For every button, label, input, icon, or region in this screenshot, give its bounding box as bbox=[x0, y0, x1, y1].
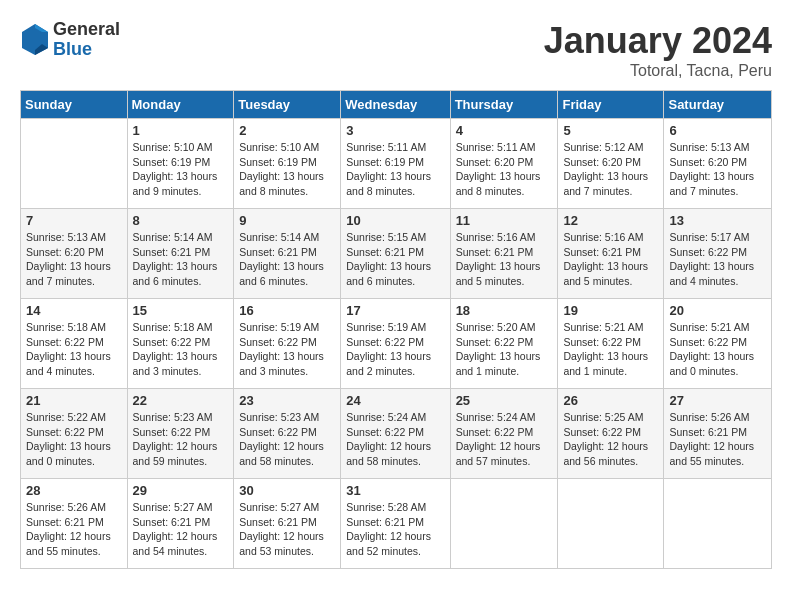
day-cell bbox=[21, 119, 128, 209]
day-info: Sunrise: 5:16 AM Sunset: 6:21 PM Dayligh… bbox=[563, 230, 658, 289]
weekday-header-sunday: Sunday bbox=[21, 91, 128, 119]
week-row-5: 28Sunrise: 5:26 AM Sunset: 6:21 PM Dayli… bbox=[21, 479, 772, 569]
day-info: Sunrise: 5:21 AM Sunset: 6:22 PM Dayligh… bbox=[669, 320, 766, 379]
day-cell: 14Sunrise: 5:18 AM Sunset: 6:22 PM Dayli… bbox=[21, 299, 128, 389]
day-number: 6 bbox=[669, 123, 766, 138]
day-info: Sunrise: 5:28 AM Sunset: 6:21 PM Dayligh… bbox=[346, 500, 444, 559]
day-info: Sunrise: 5:11 AM Sunset: 6:19 PM Dayligh… bbox=[346, 140, 444, 199]
day-number: 23 bbox=[239, 393, 335, 408]
weekday-header-thursday: Thursday bbox=[450, 91, 558, 119]
day-info: Sunrise: 5:24 AM Sunset: 6:22 PM Dayligh… bbox=[346, 410, 444, 469]
day-number: 3 bbox=[346, 123, 444, 138]
day-number: 27 bbox=[669, 393, 766, 408]
day-cell: 19Sunrise: 5:21 AM Sunset: 6:22 PM Dayli… bbox=[558, 299, 664, 389]
day-info: Sunrise: 5:13 AM Sunset: 6:20 PM Dayligh… bbox=[26, 230, 122, 289]
day-cell: 3Sunrise: 5:11 AM Sunset: 6:19 PM Daylig… bbox=[341, 119, 450, 209]
weekday-header-row: SundayMondayTuesdayWednesdayThursdayFrid… bbox=[21, 91, 772, 119]
day-info: Sunrise: 5:18 AM Sunset: 6:22 PM Dayligh… bbox=[26, 320, 122, 379]
day-number: 31 bbox=[346, 483, 444, 498]
day-number: 28 bbox=[26, 483, 122, 498]
day-cell: 1Sunrise: 5:10 AM Sunset: 6:19 PM Daylig… bbox=[127, 119, 234, 209]
day-info: Sunrise: 5:18 AM Sunset: 6:22 PM Dayligh… bbox=[133, 320, 229, 379]
day-info: Sunrise: 5:14 AM Sunset: 6:21 PM Dayligh… bbox=[133, 230, 229, 289]
day-info: Sunrise: 5:15 AM Sunset: 6:21 PM Dayligh… bbox=[346, 230, 444, 289]
logo-icon bbox=[20, 22, 50, 57]
day-cell: 6Sunrise: 5:13 AM Sunset: 6:20 PM Daylig… bbox=[664, 119, 772, 209]
day-info: Sunrise: 5:26 AM Sunset: 6:21 PM Dayligh… bbox=[669, 410, 766, 469]
day-info: Sunrise: 5:10 AM Sunset: 6:19 PM Dayligh… bbox=[133, 140, 229, 199]
day-number: 18 bbox=[456, 303, 553, 318]
day-cell: 18Sunrise: 5:20 AM Sunset: 6:22 PM Dayli… bbox=[450, 299, 558, 389]
day-cell: 5Sunrise: 5:12 AM Sunset: 6:20 PM Daylig… bbox=[558, 119, 664, 209]
page-header: General Blue January 2024 Totoral, Tacna… bbox=[20, 20, 772, 80]
day-info: Sunrise: 5:19 AM Sunset: 6:22 PM Dayligh… bbox=[239, 320, 335, 379]
day-number: 1 bbox=[133, 123, 229, 138]
day-number: 20 bbox=[669, 303, 766, 318]
day-number: 14 bbox=[26, 303, 122, 318]
day-cell: 10Sunrise: 5:15 AM Sunset: 6:21 PM Dayli… bbox=[341, 209, 450, 299]
week-row-3: 14Sunrise: 5:18 AM Sunset: 6:22 PM Dayli… bbox=[21, 299, 772, 389]
day-cell: 29Sunrise: 5:27 AM Sunset: 6:21 PM Dayli… bbox=[127, 479, 234, 569]
logo: General Blue bbox=[20, 20, 120, 60]
day-number: 5 bbox=[563, 123, 658, 138]
day-info: Sunrise: 5:23 AM Sunset: 6:22 PM Dayligh… bbox=[239, 410, 335, 469]
week-row-1: 1Sunrise: 5:10 AM Sunset: 6:19 PM Daylig… bbox=[21, 119, 772, 209]
day-number: 10 bbox=[346, 213, 444, 228]
day-cell: 17Sunrise: 5:19 AM Sunset: 6:22 PM Dayli… bbox=[341, 299, 450, 389]
weekday-header-saturday: Saturday bbox=[664, 91, 772, 119]
title-area: January 2024 Totoral, Tacna, Peru bbox=[544, 20, 772, 80]
day-cell: 24Sunrise: 5:24 AM Sunset: 6:22 PM Dayli… bbox=[341, 389, 450, 479]
day-cell bbox=[450, 479, 558, 569]
day-number: 2 bbox=[239, 123, 335, 138]
day-cell: 2Sunrise: 5:10 AM Sunset: 6:19 PM Daylig… bbox=[234, 119, 341, 209]
day-cell: 7Sunrise: 5:13 AM Sunset: 6:20 PM Daylig… bbox=[21, 209, 128, 299]
day-cell: 21Sunrise: 5:22 AM Sunset: 6:22 PM Dayli… bbox=[21, 389, 128, 479]
day-cell: 31Sunrise: 5:28 AM Sunset: 6:21 PM Dayli… bbox=[341, 479, 450, 569]
logo-general: General bbox=[53, 20, 120, 40]
day-number: 12 bbox=[563, 213, 658, 228]
day-number: 7 bbox=[26, 213, 122, 228]
day-info: Sunrise: 5:13 AM Sunset: 6:20 PM Dayligh… bbox=[669, 140, 766, 199]
day-cell: 27Sunrise: 5:26 AM Sunset: 6:21 PM Dayli… bbox=[664, 389, 772, 479]
day-cell: 9Sunrise: 5:14 AM Sunset: 6:21 PM Daylig… bbox=[234, 209, 341, 299]
weekday-header-monday: Monday bbox=[127, 91, 234, 119]
day-info: Sunrise: 5:27 AM Sunset: 6:21 PM Dayligh… bbox=[239, 500, 335, 559]
day-cell bbox=[664, 479, 772, 569]
day-info: Sunrise: 5:26 AM Sunset: 6:21 PM Dayligh… bbox=[26, 500, 122, 559]
day-info: Sunrise: 5:19 AM Sunset: 6:22 PM Dayligh… bbox=[346, 320, 444, 379]
day-cell: 28Sunrise: 5:26 AM Sunset: 6:21 PM Dayli… bbox=[21, 479, 128, 569]
day-number: 22 bbox=[133, 393, 229, 408]
day-number: 8 bbox=[133, 213, 229, 228]
day-info: Sunrise: 5:27 AM Sunset: 6:21 PM Dayligh… bbox=[133, 500, 229, 559]
logo-text: General Blue bbox=[53, 20, 120, 60]
day-cell: 8Sunrise: 5:14 AM Sunset: 6:21 PM Daylig… bbox=[127, 209, 234, 299]
week-row-2: 7Sunrise: 5:13 AM Sunset: 6:20 PM Daylig… bbox=[21, 209, 772, 299]
day-info: Sunrise: 5:11 AM Sunset: 6:20 PM Dayligh… bbox=[456, 140, 553, 199]
day-number: 25 bbox=[456, 393, 553, 408]
weekday-header-wednesday: Wednesday bbox=[341, 91, 450, 119]
day-number: 19 bbox=[563, 303, 658, 318]
day-cell bbox=[558, 479, 664, 569]
location: Totoral, Tacna, Peru bbox=[544, 62, 772, 80]
day-number: 15 bbox=[133, 303, 229, 318]
day-info: Sunrise: 5:21 AM Sunset: 6:22 PM Dayligh… bbox=[563, 320, 658, 379]
day-cell: 26Sunrise: 5:25 AM Sunset: 6:22 PM Dayli… bbox=[558, 389, 664, 479]
day-cell: 25Sunrise: 5:24 AM Sunset: 6:22 PM Dayli… bbox=[450, 389, 558, 479]
logo-blue: Blue bbox=[53, 40, 120, 60]
day-number: 29 bbox=[133, 483, 229, 498]
day-number: 24 bbox=[346, 393, 444, 408]
day-number: 21 bbox=[26, 393, 122, 408]
day-info: Sunrise: 5:17 AM Sunset: 6:22 PM Dayligh… bbox=[669, 230, 766, 289]
day-info: Sunrise: 5:20 AM Sunset: 6:22 PM Dayligh… bbox=[456, 320, 553, 379]
day-number: 11 bbox=[456, 213, 553, 228]
day-number: 13 bbox=[669, 213, 766, 228]
day-number: 4 bbox=[456, 123, 553, 138]
day-cell: 16Sunrise: 5:19 AM Sunset: 6:22 PM Dayli… bbox=[234, 299, 341, 389]
day-cell: 11Sunrise: 5:16 AM Sunset: 6:21 PM Dayli… bbox=[450, 209, 558, 299]
day-info: Sunrise: 5:25 AM Sunset: 6:22 PM Dayligh… bbox=[563, 410, 658, 469]
day-number: 17 bbox=[346, 303, 444, 318]
day-number: 26 bbox=[563, 393, 658, 408]
weekday-header-tuesday: Tuesday bbox=[234, 91, 341, 119]
day-cell: 30Sunrise: 5:27 AM Sunset: 6:21 PM Dayli… bbox=[234, 479, 341, 569]
calendar: SundayMondayTuesdayWednesdayThursdayFrid… bbox=[20, 90, 772, 569]
